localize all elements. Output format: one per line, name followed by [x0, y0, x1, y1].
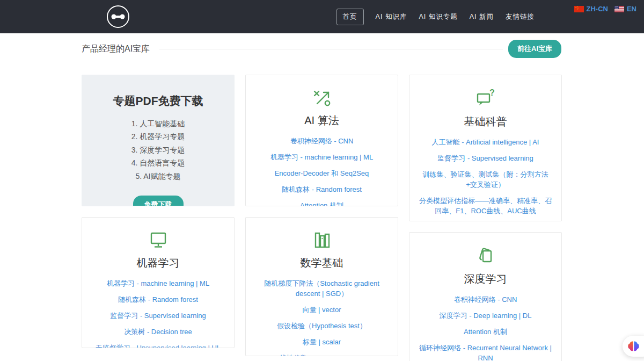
column-1: 专题PDF免费下载 1. 人工智能基础 2. 机器学习专题 3. 深度学习专题 …: [82, 75, 235, 348]
category-card-ai-algorithms: AI 算法 卷积神经网络 - CNN 机器学习 - machine learni…: [245, 75, 398, 206]
page-title: 产品经理的AI宝库: [82, 44, 150, 55]
article-link[interactable]: 分类模型评估指标——准确率、精准率、召回率、F1、ROC曲线、AUC曲线: [419, 196, 552, 216]
article-link[interactable]: 机器学习 - machine learning | ML: [270, 152, 373, 162]
article-link[interactable]: 标量 | scalar: [303, 337, 341, 347]
article-link[interactable]: Attention 机制: [464, 327, 507, 337]
lang-zh-cn[interactable]: ZH-CN: [574, 5, 608, 13]
site-logo[interactable]: [107, 5, 129, 28]
lang-label: ZH-CN: [587, 5, 608, 13]
article-link[interactable]: 卷积神经网络 - CNN: [290, 136, 354, 146]
article-link[interactable]: 决策树 - Decision tree: [124, 327, 192, 337]
top-header: ZH-CN EN 首页 AI 知识库 AI 知识专题 AI 新闻: [0, 0, 644, 33]
article-link[interactable]: 训练集、验证集、测试集（附：分割方法+交叉验证）: [419, 169, 552, 190]
nav-ai-knowledge-topics[interactable]: AI 知识专题: [419, 12, 457, 21]
category-card-deep-learning: 深度学习 卷积神经网络 - CNN 深度学习 - Deep learning |…: [409, 232, 562, 361]
pdf-topic-item: 5. AI赋能专题: [131, 172, 185, 182]
article-link[interactable]: 人工智能 - Artificial intelligence | AI: [432, 137, 539, 147]
chat-question-icon: ?: [476, 89, 495, 107]
article-link[interactable]: Encoder-Decoder 和 Seq2Seq: [275, 168, 369, 178]
pdf-topic-list: 1. 人工智能基础 2. 机器学习专题 3. 深度学习专题 4. 自然语言专题 …: [131, 115, 185, 185]
article-link[interactable]: 监督学习 - Supervised learning: [437, 153, 533, 163]
card-title: AI 算法: [304, 113, 339, 128]
article-link[interactable]: 监督学习 - Supervised learning: [110, 311, 206, 321]
card-title: 机器学习: [137, 256, 180, 270]
pdf-topic-item: 3. 深度学习专题: [131, 146, 185, 155]
category-card-math-basics: 数学基础 随机梯度下降法（Stochastic gradient descent…: [245, 217, 398, 356]
us-flag-icon: [614, 6, 624, 12]
article-link[interactable]: 线性代数（linear algebra）: [280, 353, 364, 357]
article-link[interactable]: 无监督学习 - Unsupervised learning | UL: [96, 343, 221, 349]
category-card-machine-learning: 机器学习 机器学习 - machine learning | ML 随机森林 -…: [82, 217, 235, 348]
nav-ai-knowledge-base[interactable]: AI 知识库: [376, 12, 407, 21]
pdf-topic-item: 2. 机器学习专题: [131, 132, 185, 142]
article-link[interactable]: 假设检验（Hypothesis test）: [277, 321, 367, 331]
monitor-icon: [149, 232, 168, 249]
category-card-basic-science: ? 基础科普 人工智能 - Artificial intelligence | …: [409, 75, 562, 221]
link-dots-icon: [111, 13, 125, 20]
cards-area: 专题PDF免费下载 1. 人工智能基础 2. 机器学习专题 3. 深度学习专题 …: [0, 75, 644, 350]
language-switcher: ZH-CN EN: [574, 5, 637, 13]
article-link[interactable]: 随机森林 - Random forest: [118, 294, 198, 305]
column-3: ? 基础科普 人工智能 - Artificial intelligence | …: [409, 75, 562, 361]
pdf-topic-item: 1. 人工智能基础: [131, 119, 185, 129]
page-header-bar: 产品经理的AI宝库 前往AI宝库: [0, 33, 644, 64]
pdf-topic-item: 4. 自然语言专题: [131, 158, 185, 168]
ai-assistant-widget[interactable]: [623, 336, 644, 357]
lang-en[interactable]: EN: [614, 5, 636, 13]
article-link[interactable]: 随机森林 - Random forest: [282, 184, 362, 194]
article-link[interactable]: 随机梯度下降法（Stochastic gradient descent | SG…: [255, 278, 388, 299]
pages-icon: [476, 247, 495, 265]
nav-ai-news[interactable]: AI 新闻: [470, 12, 494, 21]
card-title: 深度学习: [464, 272, 507, 286]
article-link[interactable]: 向量 | vector: [302, 305, 341, 315]
main-nav: 首页 AI 知识库 AI 知识专题 AI 新闻 友情链接: [336, 0, 535, 33]
article-link[interactable]: Attention 机制: [300, 200, 343, 207]
svg-text:?: ?: [489, 89, 495, 97]
card-title: 基础科普: [464, 114, 507, 129]
lang-label: EN: [627, 5, 636, 13]
pdf-download-card: 专题PDF免费下载 1. 人工智能基础 2. 机器学习专题 3. 深度学习专题 …: [82, 75, 235, 206]
goto-treasury-button[interactable]: 前往AI宝库: [508, 40, 561, 58]
column-2: AI 算法 卷积神经网络 - CNN 机器学习 - machine learni…: [245, 75, 398, 356]
strategy-icon: [312, 89, 332, 106]
article-link[interactable]: 卷积神经网络 - CNN: [454, 294, 517, 305]
card-title: 数学基础: [301, 256, 343, 270]
card-title: 专题PDF免费下载: [113, 93, 203, 109]
books-icon: [312, 232, 332, 249]
brain-icon: [627, 341, 640, 352]
free-download-button[interactable]: 免费下载: [133, 196, 184, 206]
divider-line: [159, 49, 503, 49]
article-link[interactable]: 循环神经网络 - Recurrent Neural Network | RNN: [419, 343, 552, 361]
nav-friend-links[interactable]: 友情链接: [506, 12, 535, 21]
article-link[interactable]: 深度学习 - Deep learning | DL: [440, 311, 532, 321]
article-link[interactable]: 机器学习 - machine learning | ML: [107, 278, 209, 288]
nav-home[interactable]: 首页: [336, 9, 364, 25]
cn-flag-icon: [574, 6, 584, 12]
